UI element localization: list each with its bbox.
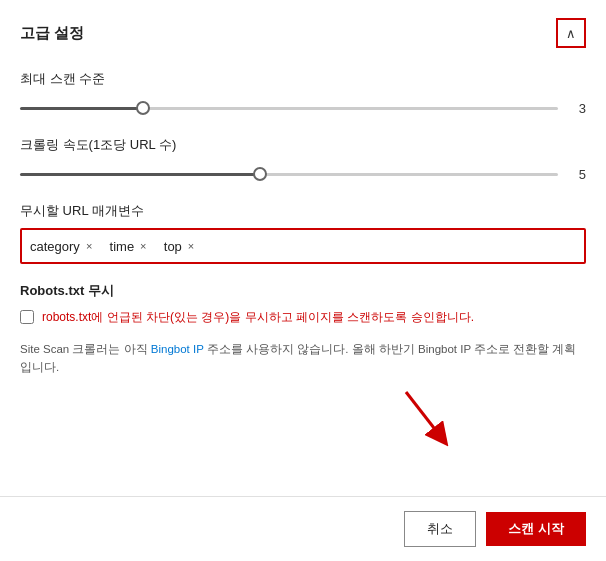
tag-top-text: top xyxy=(164,239,182,254)
tag-sep-1 xyxy=(98,239,105,254)
robots-label: Robots.txt 무시 xyxy=(20,282,586,300)
content-area: 최대 스캔 수준 3 크롤링 속도(1조당 URL 수) 5 무시할 URL 매… xyxy=(0,60,606,496)
url-params-box[interactable]: category × time × top × xyxy=(20,228,586,264)
collapse-button[interactable]: ∧ xyxy=(556,18,586,48)
max-scan-section: 최대 스캔 수준 3 xyxy=(20,70,586,118)
max-scan-slider[interactable] xyxy=(20,107,558,110)
url-params-label: 무시할 URL 매개변수 xyxy=(20,202,586,220)
svg-line-1 xyxy=(406,392,441,437)
tag-time-remove[interactable]: × xyxy=(138,241,148,252)
tag-sep-2 xyxy=(153,239,160,254)
max-scan-value: 3 xyxy=(570,101,586,116)
cancel-button[interactable]: 취소 xyxy=(404,511,476,547)
max-scan-slider-row: 3 xyxy=(20,98,586,118)
dialog-title: 고급 설정 xyxy=(20,24,84,43)
tag-top: top × xyxy=(164,239,197,254)
crawl-speed-slider-wrapper xyxy=(20,164,558,184)
dialog: 고급 설정 ∧ 최대 스캔 수준 3 크롤링 속도(1조당 URL 수) 5 무… xyxy=(0,0,606,561)
bingbot-link[interactable]: Bingbot IP xyxy=(151,343,204,355)
max-scan-slider-wrapper xyxy=(20,98,558,118)
tag-category: category × xyxy=(30,239,94,254)
tag-category-remove[interactable]: × xyxy=(84,241,94,252)
url-params-section: 무시할 URL 매개변수 category × time × top × xyxy=(20,202,586,264)
crawl-speed-section: 크롤링 속도(1조당 URL 수) 5 xyxy=(20,136,586,184)
scan-start-button[interactable]: 스캔 시작 xyxy=(486,512,586,546)
robots-desc: robots.txt에 언급된 차단(있는 경우)을 무시하고 페이지를 스캔하… xyxy=(42,308,474,326)
crawl-speed-label: 크롤링 속도(1조당 URL 수) xyxy=(20,136,586,154)
info-text: Site Scan 크롤러는 아직 Bingbot IP 주소를 사용하지 않습… xyxy=(20,340,586,377)
tag-top-remove[interactable]: × xyxy=(186,241,196,252)
robots-checkbox[interactable] xyxy=(20,310,34,324)
arrow-area xyxy=(20,387,586,447)
tag-time-text: time xyxy=(110,239,135,254)
max-scan-label: 최대 스캔 수준 xyxy=(20,70,586,88)
header: 고급 설정 ∧ xyxy=(0,0,606,60)
tag-category-text: category xyxy=(30,239,80,254)
info-text-before: Site Scan 크롤러는 아직 xyxy=(20,343,151,355)
crawl-speed-value: 5 xyxy=(570,167,586,182)
robots-checkbox-row: robots.txt에 언급된 차단(있는 경우)을 무시하고 페이지를 스캔하… xyxy=(20,308,586,326)
robots-section: Robots.txt 무시 robots.txt에 언급된 차단(있는 경우)을… xyxy=(20,282,586,326)
tag-time: time × xyxy=(110,239,149,254)
crawl-speed-slider[interactable] xyxy=(20,173,558,176)
red-arrow-icon xyxy=(396,387,456,447)
footer: 취소 스캔 시작 xyxy=(0,496,606,561)
crawl-speed-slider-row: 5 xyxy=(20,164,586,184)
